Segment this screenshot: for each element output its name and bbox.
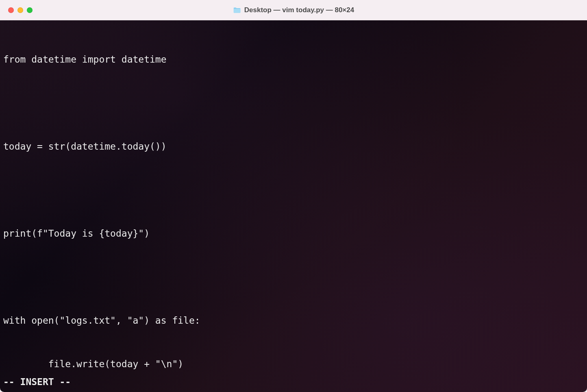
maximize-button[interactable]: [27, 7, 33, 13]
terminal-window: Desktop — vim today.py — 80×24 from date…: [0, 0, 587, 392]
code-line: [3, 270, 584, 285]
folder-icon: [233, 7, 241, 13]
terminal-area[interactable]: from datetime import datetime today = st…: [0, 20, 587, 392]
editor-content[interactable]: from datetime import datetime today = st…: [3, 24, 584, 392]
code-line: [3, 183, 584, 198]
traffic-lights: [8, 7, 33, 13]
code-line: print(f"Today is {today}"): [3, 226, 584, 241]
code-line: [3, 96, 584, 111]
code-line: today = str(datetime.today()): [3, 139, 584, 154]
code-line: with open("logs.txt", "a") as file:: [3, 314, 584, 328]
code-line: from datetime import datetime: [3, 52, 584, 67]
window-title-container: Desktop — vim today.py — 80×24: [233, 6, 354, 14]
code-line: file.write(today + "\n"): [3, 357, 584, 372]
window-title: Desktop — vim today.py — 80×24: [244, 6, 354, 14]
titlebar: Desktop — vim today.py — 80×24: [0, 0, 587, 20]
vim-status-line: -- INSERT --: [3, 375, 71, 390]
close-button[interactable]: [8, 7, 14, 13]
minimize-button[interactable]: [17, 7, 23, 13]
